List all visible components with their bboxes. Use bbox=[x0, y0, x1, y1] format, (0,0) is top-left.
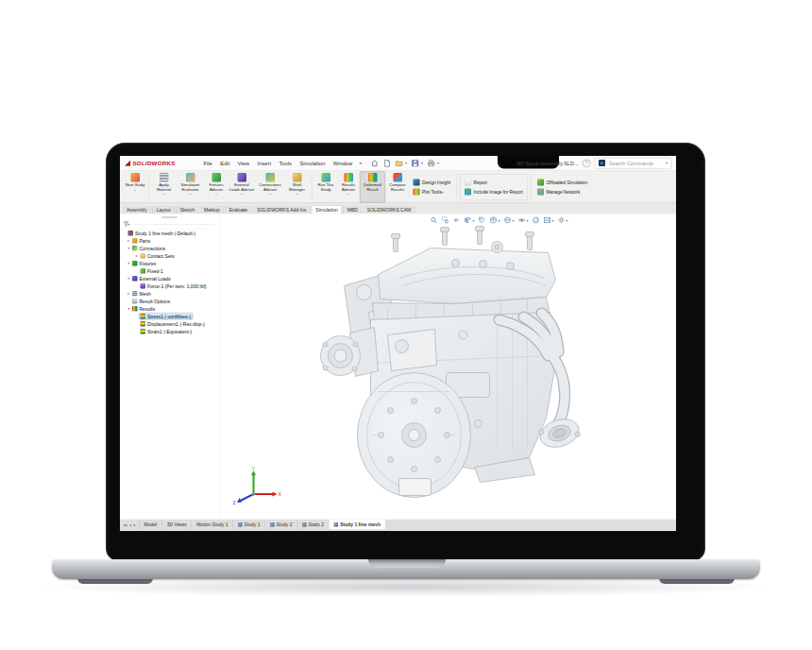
external-loads-advisor-button[interactable]: External Loads Advisor bbox=[228, 172, 256, 203]
open-icon[interactable] bbox=[395, 159, 403, 167]
engine-assembly-3d-model[interactable] bbox=[313, 222, 596, 516]
plot-tools-button[interactable]: Plot Tools ▾ bbox=[414, 189, 451, 196]
filter-dropdown-icon[interactable]: ▾ bbox=[128, 222, 130, 227]
open-dropdown-icon[interactable]: ▾ bbox=[405, 161, 407, 165]
results-folder-icon bbox=[132, 306, 138, 312]
menu-edit[interactable]: Edit bbox=[220, 161, 229, 166]
graphics-viewport[interactable]: ▾ ▾ ▾ ▾ ▾ ▾ bbox=[220, 214, 677, 520]
tree-item-connections[interactable]: ▾ Connections bbox=[120, 245, 219, 252]
tree-item-external-loads[interactable]: ▾ External Loads bbox=[120, 275, 219, 282]
bottom-tab-model[interactable]: Model bbox=[140, 520, 162, 529]
search-dropdown-icon[interactable]: ▾ bbox=[666, 161, 668, 165]
search-input[interactable] bbox=[608, 160, 663, 166]
feature-manager-tree: ▾ ▸ Study 1 fine mesh (-Default-) ▸ Part… bbox=[120, 214, 220, 520]
menu-insert[interactable]: Insert bbox=[258, 161, 271, 166]
fixtures-advisor-icon bbox=[211, 173, 221, 182]
tree-item-result-options[interactable]: ▸ Result Options bbox=[120, 298, 219, 305]
print-dropdown-icon[interactable]: ▾ bbox=[437, 161, 439, 165]
tree-filter[interactable]: ▾ bbox=[120, 220, 219, 230]
save-icon[interactable] bbox=[411, 159, 419, 167]
laptop-base bbox=[52, 559, 760, 579]
orientation-triad[interactable]: Y X Z bbox=[233, 467, 282, 509]
tab-scroll-first-icon[interactable]: ◂◂ bbox=[123, 522, 127, 527]
tree-item-results[interactable]: ▾ Results bbox=[120, 305, 219, 313]
bottom-tab-static-2[interactable]: Static 2 bbox=[297, 520, 330, 529]
design-insight-button[interactable]: Design Insight bbox=[414, 180, 451, 186]
mesh-icon bbox=[132, 291, 138, 297]
new-document-icon[interactable] bbox=[382, 159, 391, 167]
study-tab-icon bbox=[238, 522, 243, 527]
report-button[interactable]: Report bbox=[465, 180, 523, 186]
tree-item-study-root[interactable]: ▸ Study 1 fine mesh (-Default-) bbox=[120, 230, 219, 237]
search-box[interactable]: ⌕ ▾ bbox=[595, 158, 671, 169]
tab-solidworks-add-ins[interactable]: SOLIDWORKS Add-Ins bbox=[253, 206, 311, 214]
tab-simulation[interactable]: Simulation bbox=[312, 205, 342, 214]
new-study-button[interactable]: New Study bbox=[124, 172, 146, 203]
fixed-restraint-icon bbox=[141, 268, 146, 274]
menu-window[interactable]: Window bbox=[333, 161, 352, 166]
pin-menu-icon[interactable]: ➤ bbox=[358, 160, 364, 166]
tab-assembly[interactable]: Assembly bbox=[123, 206, 152, 214]
menu-simulation[interactable]: Simulation bbox=[299, 161, 325, 166]
include-image-for-report-button[interactable]: Include Image for Report bbox=[465, 189, 523, 196]
tab-evaluate[interactable]: Evaluate bbox=[225, 206, 251, 214]
tab-scroll-right-icon[interactable]: ▸ bbox=[133, 522, 136, 527]
displacement-plot-icon bbox=[141, 321, 146, 327]
menu-tools[interactable]: Tools bbox=[279, 161, 291, 166]
tab-mbd[interactable]: MBD bbox=[343, 206, 362, 214]
help-icon[interactable]: ? bbox=[583, 159, 591, 167]
offloaded-simulation-icon bbox=[537, 180, 544, 186]
tab-solidworks-cam[interactable]: SOLIDWORKS CAM bbox=[363, 206, 414, 214]
apply-material-button[interactable]: Apply Material bbox=[152, 172, 177, 203]
tree-item-mesh[interactable]: ▸ Mesh bbox=[120, 290, 219, 298]
tree-item-fixtures[interactable]: ▾ Fixtures bbox=[120, 260, 219, 267]
deformed-result-button[interactable]: Deformed Result bbox=[360, 172, 385, 203]
bottom-tab-3d-views[interactable]: 3D Views bbox=[162, 520, 193, 529]
menu-items: File Edit View Insert Tools Simulation W… bbox=[204, 161, 353, 166]
run-this-study-button[interactable]: Run This Study bbox=[314, 172, 337, 203]
tab-scroll-left-icon[interactable]: ◂ bbox=[129, 522, 132, 527]
bottom-tab-study-1[interactable]: Study 1 bbox=[233, 520, 265, 529]
manage-network-button[interactable]: Manage Network bbox=[537, 189, 588, 196]
triad-z-label: Z bbox=[233, 500, 236, 505]
status-bar bbox=[120, 529, 676, 531]
design-insight-icon bbox=[414, 180, 420, 186]
bottom-tab-study-1-fine-mesh[interactable]: Study 1 fine mesh bbox=[330, 520, 386, 529]
apply-material-icon bbox=[160, 173, 169, 182]
tab-layout[interactable]: Layout bbox=[152, 206, 175, 214]
menu-view[interactable]: View bbox=[238, 161, 249, 166]
study-tab-icon bbox=[302, 522, 307, 527]
fixtures-advisor-button[interactable]: Fixtures Advisor bbox=[205, 172, 228, 203]
tab-markup[interactable]: Markup bbox=[199, 206, 224, 214]
tree-item-strain1[interactable]: ▸ Strain1 (-Equivalent-) bbox=[120, 328, 219, 335]
plot-tools-icon bbox=[414, 189, 420, 196]
simulation-ribbon: New Study Apply Material Simulation Eval… bbox=[120, 171, 676, 204]
laptop-screen: SOLIDWORKS File Edit View Insert Tools S… bbox=[120, 156, 676, 531]
tree-item-parts[interactable]: ▸ Parts bbox=[120, 237, 219, 245]
report-group: Report Include Image for Report bbox=[460, 174, 528, 200]
bottom-tab-motion-study-1[interactable]: Motion Study 1 bbox=[192, 520, 233, 529]
tree-item-stress1[interactable]: ▸ Stress1 (-vonMises-) bbox=[120, 313, 219, 320]
tab-scroll-controls: ◂◂ ◂ ▸ bbox=[120, 520, 140, 529]
tree-item-force-1[interactable]: ▸ Force-1 (Per item: 1,000 lbf) bbox=[120, 282, 219, 290]
plot-tools-dropdown-icon[interactable]: ▾ bbox=[442, 190, 444, 195]
simulation-evaluator-icon bbox=[186, 173, 195, 182]
compare-results-button[interactable]: Compare Results bbox=[385, 172, 410, 203]
laptop-base-notch bbox=[368, 559, 446, 568]
menu-file[interactable]: File bbox=[204, 161, 212, 166]
results-advisor-button[interactable]: Results Advisor bbox=[337, 172, 360, 203]
simulation-evaluator-button[interactable]: Simulation Evaluator bbox=[177, 172, 205, 203]
shell-manager-button[interactable]: Shell Manager bbox=[285, 172, 310, 203]
print-icon[interactable] bbox=[427, 159, 435, 167]
triad-y-label: Y bbox=[252, 467, 256, 471]
tree-item-displacement1[interactable]: ▸ Displacement1 (-Res disp-) bbox=[120, 320, 219, 328]
report-icon bbox=[465, 180, 471, 186]
home-icon[interactable] bbox=[370, 159, 379, 167]
connections-advisor-button[interactable]: Connections Advisor bbox=[256, 172, 285, 203]
tree-item-contact-sets[interactable]: ▸ Contact Sets bbox=[120, 252, 219, 260]
tab-sketch[interactable]: Sketch bbox=[176, 206, 198, 214]
offloaded-simulation-button[interactable]: Offloaded Simulation bbox=[537, 180, 588, 186]
save-dropdown-icon[interactable]: ▾ bbox=[421, 161, 423, 165]
bottom-tab-study-2[interactable]: Study 2 bbox=[265, 520, 297, 529]
tree-item-fixed-1[interactable]: ▸ Fixed-1 bbox=[120, 267, 219, 275]
